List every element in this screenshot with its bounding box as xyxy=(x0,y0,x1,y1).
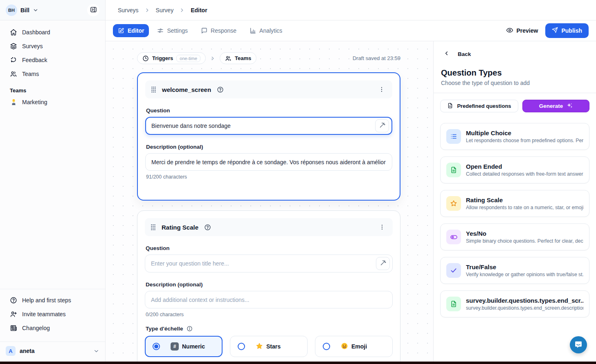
question-title-input[interactable] xyxy=(151,260,373,267)
drag-handle-icon[interactable] xyxy=(151,86,156,93)
pencil-square-icon xyxy=(118,27,124,34)
sidebar-item-surveys[interactable]: Surveys xyxy=(4,39,101,53)
file-code-icon xyxy=(447,103,453,110)
breadcrumb-editor: Editor xyxy=(191,7,207,13)
layers-icon xyxy=(10,42,17,50)
ai-rewrite-button[interactable] xyxy=(375,119,389,132)
workspace-avatar: BH xyxy=(6,4,17,16)
question-type-description: Collect detailed responses with free-for… xyxy=(466,171,583,177)
breadcrumb: Surveys Survey Editor xyxy=(106,0,596,20)
question-title-input[interactable] xyxy=(151,123,372,129)
scale-option-numeric[interactable]: # Numeric xyxy=(145,336,223,357)
sidebar-item-invite[interactable]: Invite teammates xyxy=(4,307,101,321)
info-circle-icon[interactable] xyxy=(187,326,193,332)
radio-unselected[interactable] xyxy=(323,343,330,350)
breadcrumb-survey[interactable]: Survey xyxy=(156,7,174,13)
question-type-true-false[interactable]: True/False Verify knowledge or gather op… xyxy=(440,257,589,284)
sidebar-item-label: Invite teammates xyxy=(22,311,66,317)
question-card-header[interactable]: Rating Scale xyxy=(145,218,393,236)
question-type-end-screen[interactable]: survey.builder.questions.types.end_scr..… xyxy=(440,290,589,317)
tab-response[interactable]: Response xyxy=(196,24,241,37)
char-count: 0/200 characters xyxy=(146,312,392,317)
radio-selected[interactable] xyxy=(153,343,160,350)
tab-analytics[interactable]: Analytics xyxy=(245,24,287,37)
triggers-pill[interactable]: Triggers one-time xyxy=(137,52,206,64)
account-menu[interactable]: A aneta xyxy=(0,342,105,362)
sidebar-item-label: Surveys xyxy=(22,43,43,49)
question-help-icon[interactable] xyxy=(204,224,211,231)
collapse-sidebar-button[interactable] xyxy=(87,4,99,16)
chevron-right-icon xyxy=(179,7,185,13)
question-card-title: Rating Scale xyxy=(162,224,198,231)
question-menu-button[interactable] xyxy=(377,222,387,232)
breadcrumb-surveys[interactable]: Surveys xyxy=(118,7,139,13)
back-button[interactable]: Back xyxy=(440,49,474,58)
workspace-switcher[interactable]: BH Bill xyxy=(0,0,105,20)
question-type-multiple-choice[interactable]: Multiple Choice Let respondents choose f… xyxy=(440,123,589,150)
sidebar-item-dashboard[interactable]: Dashboard xyxy=(4,25,101,39)
chat-launcher-button[interactable] xyxy=(570,336,587,353)
scale-type-options: # Numeric Stars xyxy=(145,336,393,357)
tab-editor[interactable]: Editor xyxy=(113,24,149,37)
publish-button[interactable]: Publish xyxy=(545,23,589,38)
predefined-questions-button[interactable]: Predefined questions xyxy=(440,100,518,112)
question-type-yes-no[interactable]: Yes/No Simple binary choice questions. P… xyxy=(440,223,589,250)
sidebar-nav: Dashboard Surveys Feedback Teams xyxy=(0,20,105,81)
workspace-name: Bill xyxy=(20,7,29,13)
panel-toggle-icon xyxy=(90,6,97,14)
question-type-description: Allow respondents to rate on a numeric, … xyxy=(466,205,583,210)
question-card-title: welcome_screen xyxy=(162,86,211,93)
feedback-hook-icon xyxy=(10,56,17,64)
teams-section-label: Teams xyxy=(0,81,105,95)
question-type-description: Verify knowledge or gather opinions with… xyxy=(466,272,583,277)
technologist-emoji-icon xyxy=(10,98,17,106)
question-type-rating-scale[interactable]: Rating Scale Allow respondents to rate o… xyxy=(440,190,589,217)
draft-status: Draft saved at 23:59 xyxy=(353,55,400,61)
sidebar-item-feedback[interactable]: Feedback xyxy=(4,53,101,67)
generate-label: Generate xyxy=(539,103,563,109)
question-type-title: Multiple Choice xyxy=(466,130,583,136)
scale-option-emoji[interactable]: Emoji xyxy=(315,336,393,357)
preview-button[interactable]: Preview xyxy=(506,27,538,35)
ai-rewrite-button[interactable] xyxy=(376,257,390,270)
chevron-down-icon xyxy=(93,348,99,354)
chevron-down-icon xyxy=(33,7,38,13)
char-count: 91/200 characters xyxy=(146,174,391,180)
bar-chart-icon xyxy=(250,27,256,34)
question-type-description: Let respondents choose from predefined o… xyxy=(466,138,583,143)
question-help-icon[interactable] xyxy=(217,86,224,93)
question-card-header[interactable]: welcome_screen xyxy=(145,80,392,98)
question-types-panel: Back Question Types Choose the type of q… xyxy=(433,41,596,362)
predefined-questions-label: Predefined questions xyxy=(457,103,511,109)
question-card-welcome-screen[interactable]: welcome_screen Question xyxy=(137,72,400,201)
sidebar-item-teams[interactable]: Teams xyxy=(4,67,101,81)
sidebar-item-changelog[interactable]: Changelog xyxy=(4,321,101,335)
generate-button[interactable]: Generate xyxy=(522,100,589,112)
question-type-title: True/False xyxy=(466,264,583,270)
question-type-list: Multiple Choice Let respondents choose f… xyxy=(440,123,589,317)
teams-pill[interactable]: Teams xyxy=(220,52,256,64)
sidebar-item-team-marketing[interactable]: Marketing xyxy=(4,95,101,109)
chevron-left-icon xyxy=(443,50,450,58)
panel-subtitle: Choose the type of question to add xyxy=(441,80,589,86)
tab-settings[interactable]: Settings xyxy=(152,24,193,37)
sidebar-item-help[interactable]: Help and first steps xyxy=(4,293,101,307)
panel-title: Question Types xyxy=(441,68,589,78)
teams-pill-label: Teams xyxy=(235,55,251,61)
scale-option-stars[interactable]: Stars xyxy=(230,336,308,357)
sidebar-item-label: Marketing xyxy=(22,99,47,105)
question-menu-button[interactable] xyxy=(377,85,387,94)
radio-unselected[interactable] xyxy=(238,343,245,350)
question-description-input[interactable] xyxy=(151,159,386,165)
sparkles-icon xyxy=(567,103,573,110)
question-card-rating-scale[interactable]: Rating Scale Question xyxy=(137,210,400,362)
tab-label: Editor xyxy=(128,27,144,34)
question-description-input[interactable] xyxy=(151,297,387,303)
question-type-open-ended[interactable]: Open Ended Collect detailed responses wi… xyxy=(440,156,589,183)
sidebar-item-label: Feedback xyxy=(22,57,47,63)
help-circle-icon xyxy=(10,297,17,304)
sidebar-item-label: Help and first steps xyxy=(22,297,71,304)
drag-handle-icon[interactable] xyxy=(151,224,156,230)
question-type-description: survey.builder.questions.types.end_scree… xyxy=(466,305,583,311)
back-label: Back xyxy=(458,51,471,57)
